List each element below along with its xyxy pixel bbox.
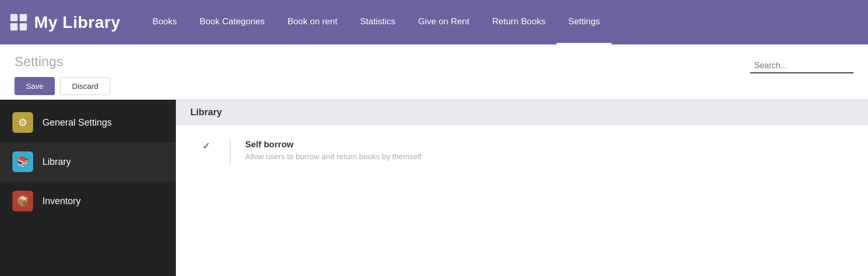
books-icon: 📚 bbox=[12, 151, 33, 172]
vertical-divider bbox=[230, 140, 231, 164]
sidebar-item-label: General Settings bbox=[42, 117, 112, 128]
page-title: Settings bbox=[14, 54, 110, 70]
nav-books[interactable]: Books bbox=[141, 0, 188, 44]
nav-book-categories[interactable]: Book Categories bbox=[188, 0, 276, 44]
nav-links: Books Book Categories Book on rent Stati… bbox=[141, 0, 858, 44]
nav-give-on-rent[interactable]: Give on Rent bbox=[407, 0, 481, 44]
app-logo[interactable]: My Library bbox=[10, 13, 121, 32]
header-actions: Save Discard bbox=[14, 77, 110, 95]
discard-button[interactable]: Discard bbox=[60, 77, 110, 95]
sidebar-item-library[interactable]: 📚 Library bbox=[0, 142, 176, 181]
checkbox-area[interactable]: ✓ bbox=[197, 140, 215, 152]
header-left: Settings Save Discard bbox=[14, 54, 110, 95]
search-area bbox=[750, 54, 854, 73]
setting-description: Allow users to borrow and return books b… bbox=[245, 152, 422, 161]
checkmark-icon: ✓ bbox=[202, 141, 210, 152]
main-content: ⚙ General Settings 📚 Library 📦 Inventory… bbox=[0, 100, 868, 276]
nav-book-on-rent[interactable]: Book on rent bbox=[276, 0, 349, 44]
sidebar-item-label: Inventory bbox=[42, 196, 81, 207]
sidebar-item-inventory[interactable]: 📦 Inventory bbox=[0, 181, 176, 221]
logo-grid-icon bbox=[10, 14, 27, 30]
sidebar: ⚙ General Settings 📚 Library 📦 Inventory bbox=[0, 100, 176, 276]
inventory-icon: 📦 bbox=[12, 191, 33, 211]
app-title: My Library bbox=[34, 13, 121, 32]
section-header: Library bbox=[176, 100, 868, 125]
sidebar-item-label: Library bbox=[42, 157, 71, 167]
save-button[interactable]: Save bbox=[14, 77, 55, 95]
setting-row: ✓ Self borrow Allow users to borrow and … bbox=[197, 140, 847, 164]
header-row: Settings Save Discard bbox=[0, 44, 868, 99]
top-navigation: My Library Books Book Categories Book on… bbox=[0, 0, 868, 44]
nav-settings[interactable]: Settings bbox=[557, 0, 611, 44]
setting-title: Self borrow bbox=[245, 140, 422, 150]
nav-return-books[interactable]: Return Books bbox=[481, 0, 557, 44]
section-body: ✓ Self borrow Allow users to borrow and … bbox=[176, 125, 868, 179]
search-input[interactable] bbox=[750, 59, 854, 73]
gear-icon: ⚙ bbox=[12, 112, 33, 133]
right-panel: Library ✓ Self borrow Allow users to bor… bbox=[176, 100, 868, 276]
nav-statistics[interactable]: Statistics bbox=[349, 0, 407, 44]
setting-info: Self borrow Allow users to borrow and re… bbox=[245, 140, 422, 161]
sidebar-item-general-settings[interactable]: ⚙ General Settings bbox=[0, 103, 176, 142]
